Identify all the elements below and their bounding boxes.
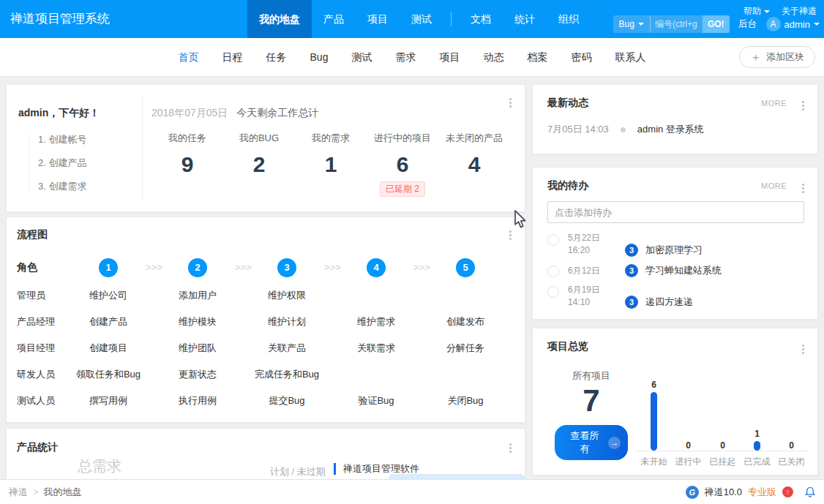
stat-value-link[interactable]: 2 bbox=[223, 152, 295, 177]
flow-link[interactable]: 提交Bug bbox=[242, 394, 332, 407]
todo-title: 我的待办 bbox=[547, 179, 588, 192]
stat-value-link[interactable]: 6 bbox=[367, 152, 438, 177]
flow-link[interactable]: 创建项目 bbox=[64, 342, 153, 355]
flow-row-tester: 测试人员 撰写用例 执行用例 提交Bug 验证Bug 关闭Bug bbox=[17, 388, 514, 414]
bar-category: 已关闭 bbox=[774, 456, 809, 468]
flow-row-product-manager: 产品经理 创建产品 维护模块 维护计划 维护需求 创建发布 bbox=[17, 309, 514, 335]
add-block-button[interactable]: ＋ 添加区块 bbox=[739, 46, 815, 68]
flow-link[interactable]: 执行用例 bbox=[153, 394, 242, 407]
kebab-menu-icon[interactable] bbox=[799, 98, 807, 113]
global-search: Bug GO! bbox=[613, 15, 730, 33]
flow-link[interactable]: 领取任务和Bug bbox=[64, 368, 153, 381]
user-menu[interactable]: A admin bbox=[766, 17, 820, 31]
todo-more-link[interactable]: MORE bbox=[761, 181, 787, 190]
tab-doc[interactable]: 档案 bbox=[527, 38, 547, 76]
top-menu-doc[interactable]: 文档 bbox=[459, 0, 503, 38]
top-navbar: 禅道项目管理系统 我的地盘 产品 项目 测试 文档 统计 组织 帮助 关于禅道 … bbox=[0, 0, 824, 38]
tab-contacts[interactable]: 联系人 bbox=[615, 38, 645, 76]
date-row: 2018年07月05日 今天剩余工作总计 bbox=[151, 107, 510, 120]
all-projects-count[interactable]: 7 bbox=[555, 383, 628, 419]
flow-link[interactable]: 验证Bug bbox=[332, 394, 421, 407]
todo-text[interactable]: 加密原理学习 bbox=[645, 244, 703, 257]
tab-calendar[interactable]: 日程 bbox=[222, 38, 243, 76]
top-menu-test[interactable]: 测试 bbox=[400, 0, 443, 38]
flow-link[interactable]: 关联产品 bbox=[242, 342, 332, 355]
todo-checkbox[interactable] bbox=[547, 234, 559, 246]
bell-icon[interactable] bbox=[805, 486, 815, 498]
greeting-right: 2018年07月05日 今天剩余工作总计 我的任务 9 我的BUG 2 我的需求… bbox=[143, 95, 514, 201]
project-overview-panel: 项目总览 所有项目 7 查看所有 → 6 0 0 1 bbox=[532, 328, 818, 475]
todo-time: 14:10 bbox=[568, 296, 616, 309]
edition-label[interactable]: 专业版 bbox=[748, 486, 776, 499]
step-create-account[interactable]: 1. 创建帐号 bbox=[38, 133, 142, 146]
search-go-button[interactable]: GO! bbox=[703, 15, 730, 33]
flow-link[interactable]: 关闭Bug bbox=[421, 394, 510, 407]
version-label: 禅道10.0 bbox=[705, 486, 742, 499]
flow-link[interactable]: 更新状态 bbox=[153, 368, 242, 381]
latest-dynamics-panel: 最新动态 MORE 7月05日 14:03 admin 登录系统 bbox=[532, 84, 818, 154]
project-overview-title: 项目总览 bbox=[547, 340, 588, 353]
bar bbox=[651, 392, 657, 451]
stat-value-link[interactable]: 9 bbox=[151, 152, 223, 177]
backend-link[interactable]: 后台 bbox=[738, 18, 757, 31]
flow-link[interactable]: 完成任务和Bug bbox=[242, 368, 332, 381]
top-menu-stats[interactable]: 统计 bbox=[503, 0, 547, 38]
flow-row-admin: 管理员 维护公司 添加用户 维护权限 bbox=[17, 282, 514, 309]
tab-dynamic[interactable]: 动态 bbox=[483, 38, 503, 76]
todo-checkbox[interactable] bbox=[547, 266, 559, 277]
flow-link[interactable]: 维护模块 bbox=[153, 315, 242, 328]
bar-category: 已挂起 bbox=[705, 456, 740, 468]
todo-text[interactable]: 递四方速递 bbox=[645, 296, 693, 309]
project-bar-chart: 6 0 0 1 0 未开始 进行中 已挂起 已完成 已关闭 bbox=[637, 369, 809, 468]
stat-my-stories: 我的需求 1 bbox=[295, 132, 367, 197]
step-create-product[interactable]: 2. 创建产品 bbox=[38, 157, 142, 170]
flow-link[interactable]: 维护需求 bbox=[332, 315, 421, 328]
todo-checkbox[interactable] bbox=[547, 286, 559, 298]
stat-value-link[interactable]: 4 bbox=[438, 152, 510, 177]
product-legend[interactable]: 禅道项目管理软件 bbox=[334, 463, 419, 475]
tab-project[interactable]: 项目 bbox=[439, 38, 460, 76]
flow-link[interactable]: 维护权限 bbox=[242, 289, 332, 302]
upgrade-icon[interactable]: ↑ bbox=[782, 486, 793, 497]
flow-link[interactable]: 维护公司 bbox=[64, 289, 153, 302]
tab-bug[interactable]: Bug bbox=[310, 38, 329, 76]
todo-date: 6月12日 bbox=[568, 265, 616, 277]
todo-list: 5月22日 16:20 3 加密原理学习 6月12日 3 学习蝉知建站系统 bbox=[533, 223, 817, 309]
tab-task[interactable]: 任务 bbox=[266, 38, 287, 76]
flow-link[interactable]: 分解任务 bbox=[421, 342, 510, 355]
dynamic-text[interactable]: admin 登录系统 bbox=[637, 123, 704, 136]
flowchart-title: 流程图 bbox=[17, 228, 48, 240]
flowchart-card: 流程图 角色 1>>> 2>>> 3>>> 4>>> 5 管理员 维护公司 添加… bbox=[6, 217, 525, 423]
flow-link[interactable]: 维护计划 bbox=[242, 315, 332, 328]
breadcrumb-app[interactable]: 禅道 bbox=[9, 486, 28, 499]
top-menu-my-space[interactable]: 我的地盘 bbox=[247, 0, 312, 38]
dynamics-more-link[interactable]: MORE bbox=[761, 99, 787, 108]
top-menu-org[interactable]: 组织 bbox=[547, 0, 591, 38]
flow-link[interactable]: 添加用户 bbox=[153, 289, 242, 302]
flow-link[interactable]: 创建产品 bbox=[64, 315, 153, 328]
add-todo-input[interactable] bbox=[547, 201, 804, 223]
todo-text[interactable]: 学习蝉知建站系统 bbox=[645, 264, 722, 277]
search-input[interactable] bbox=[650, 15, 703, 33]
flow-link[interactable]: 维护团队 bbox=[153, 342, 242, 355]
top-menu-project[interactable]: 项目 bbox=[356, 0, 400, 38]
view-all-button[interactable]: 查看所有 → bbox=[555, 425, 628, 460]
tab-test[interactable]: 测试 bbox=[351, 38, 372, 76]
todo-item: 6月12日 3 学习蝉知建站系统 bbox=[547, 263, 803, 277]
flow-link[interactable]: 创建发布 bbox=[421, 315, 510, 328]
tab-home[interactable]: 首页 bbox=[179, 38, 199, 76]
top-tools: Bug GO! 后台 A admin bbox=[613, 15, 820, 33]
stat-value-link[interactable]: 1 bbox=[295, 152, 367, 177]
search-type-dropdown[interactable]: Bug bbox=[613, 15, 650, 33]
tab-story[interactable]: 需求 bbox=[395, 38, 416, 76]
kebab-menu-icon[interactable] bbox=[799, 181, 807, 196]
top-menu-product[interactable]: 产品 bbox=[312, 0, 356, 38]
step-create-story[interactable]: 3. 创建需求 bbox=[38, 180, 142, 193]
priority-badge: 3 bbox=[625, 264, 638, 277]
flow-link[interactable]: 关联需求 bbox=[332, 342, 421, 355]
stat-my-tasks: 我的任务 9 bbox=[151, 132, 223, 197]
kebab-menu-icon[interactable] bbox=[799, 342, 807, 357]
flow-link[interactable]: 撰写用例 bbox=[64, 394, 153, 407]
tab-password[interactable]: 密码 bbox=[571, 38, 591, 76]
kebab-menu-icon[interactable] bbox=[506, 95, 514, 110]
